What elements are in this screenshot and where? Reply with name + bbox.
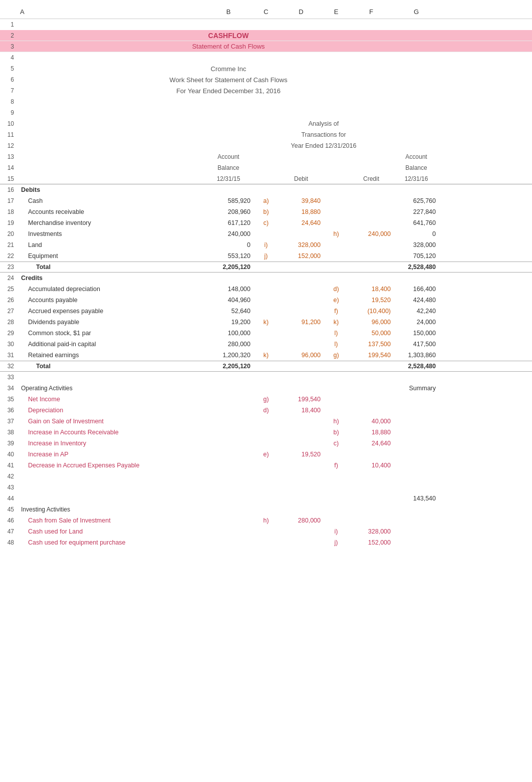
ar-g: 227,840 bbox=[394, 207, 439, 216]
accrued-exp-e: f) bbox=[324, 307, 349, 316]
ap-b: 404,960 bbox=[203, 296, 253, 305]
ap-label: Accounts payable bbox=[18, 296, 203, 305]
ar-d: 18,880 bbox=[279, 207, 324, 216]
land-label: Land bbox=[18, 240, 203, 249]
cash-land-e: i) bbox=[324, 527, 349, 536]
cash-d: 39,840 bbox=[279, 196, 324, 205]
row-37: 37 Gain on Sale of Investment h) 40,000 bbox=[0, 416, 532, 427]
row-48: 48 Cash used for equipment purchase j) 1… bbox=[0, 537, 532, 548]
analysis-line3: Year Ended 12/31/2016 bbox=[253, 141, 394, 150]
row-6: 6 Work Sheet for Statement of Cash Flows bbox=[0, 74, 532, 85]
title-cashflow: CASHFLOW bbox=[18, 31, 439, 41]
ap-e: e) bbox=[324, 296, 349, 305]
credits-total-b: 2,205,120 bbox=[203, 362, 253, 371]
accum-dep-label: Accumulated depreciation bbox=[18, 285, 203, 294]
row-18: 18 Accounts receivable 208,960 b) 18,880… bbox=[0, 206, 532, 217]
retained-earnings-label: Retained earnings bbox=[18, 351, 203, 360]
col-label-account-balance2: Account bbox=[394, 152, 439, 161]
row-46: 46 Cash from Sale of Investment h) 280,0… bbox=[0, 515, 532, 526]
col-date2: 12/31/16 bbox=[394, 174, 439, 183]
ar-b: 208,960 bbox=[203, 207, 253, 216]
accum-dep-e: d) bbox=[324, 285, 349, 294]
cash-label: Cash bbox=[18, 196, 203, 205]
summary-label: Summary bbox=[394, 384, 439, 393]
row-19: 19 Merchandise inventory 617,120 c) 24,6… bbox=[0, 217, 532, 228]
spreadsheet: A B C D E F G 1 2 CASHFLOW 3 Statement o… bbox=[0, 0, 532, 553]
investments-e: h) bbox=[324, 229, 349, 238]
increase-ar-label: Increase in Accounts Receivable bbox=[18, 428, 203, 437]
retained-earnings-b: 1,200,320 bbox=[203, 351, 253, 360]
row-20: 20 Investments 240,000 h) 240,000 0 bbox=[0, 228, 532, 239]
inventory-label: Merchandise inventory bbox=[18, 218, 203, 227]
col-header-a: A bbox=[18, 7, 203, 17]
decrease-accrued-e: f) bbox=[324, 461, 349, 470]
increase-ap-d: 19,520 bbox=[279, 450, 324, 459]
col-header-g: G bbox=[394, 7, 439, 17]
inventory-c: c) bbox=[253, 218, 279, 227]
company-subtitle: Work Sheet for Statement of Cash Flows bbox=[18, 75, 439, 85]
company-period: For Year Ended December 31, 2016 bbox=[18, 86, 439, 96]
increase-ar-f: 18,880 bbox=[349, 428, 394, 437]
apic-g: 417,500 bbox=[394, 340, 439, 349]
cash-g: 625,760 bbox=[394, 196, 439, 205]
col-header-d: D bbox=[279, 7, 324, 17]
col-debit: Debit bbox=[279, 174, 324, 183]
div-payable-f: 96,000 bbox=[349, 318, 394, 327]
row-36: 36 Depreciation d) 18,400 bbox=[0, 405, 532, 416]
operating-activities-label: Operating Activities bbox=[18, 384, 203, 393]
row-39: 39 Increase in Inventory c) 24,640 bbox=[0, 438, 532, 449]
cash-land-label: Cash used for Land bbox=[18, 527, 203, 536]
net-income-d: 199,540 bbox=[279, 395, 324, 404]
col-credit: Credit bbox=[349, 174, 394, 183]
increase-inventory-label: Increase in Inventory bbox=[18, 439, 203, 448]
cash-sale-c: h) bbox=[253, 516, 279, 525]
row-29: 29 Common stock, $1 par 100,000 l) 50,00… bbox=[0, 328, 532, 339]
retained-earnings-g: 1,303,860 bbox=[394, 351, 439, 360]
row-34: 34 Operating Activities Summary bbox=[0, 383, 532, 394]
ap-f: 19,520 bbox=[349, 296, 394, 305]
apic-f: 137,500 bbox=[349, 340, 394, 349]
common-stock-b: 100,000 bbox=[203, 329, 253, 338]
cash-equipment-f: 152,000 bbox=[349, 538, 394, 547]
row-8: 8 bbox=[0, 96, 532, 107]
credits-section-label: Credits bbox=[18, 274, 203, 283]
col-header-c: C bbox=[253, 7, 279, 17]
land-b: 0 bbox=[203, 240, 253, 249]
row-45: 45 Investing Activities bbox=[0, 504, 532, 515]
increase-inventory-e: c) bbox=[324, 439, 349, 448]
depreciation-label: Depreciation bbox=[18, 406, 203, 415]
div-payable-e: k) bbox=[324, 318, 349, 327]
investments-f: 240,000 bbox=[349, 229, 394, 238]
increase-ap-label: Increase in AP bbox=[18, 450, 203, 459]
row-7: 7 For Year Ended December 31, 2016 bbox=[0, 85, 532, 96]
row-16: 16 Debits bbox=[0, 184, 532, 195]
row-15: 15 12/31/15 Debit Credit 12/31/16 bbox=[0, 173, 532, 184]
row-13: 13 Account Account bbox=[0, 151, 532, 162]
depreciation-d: 18,400 bbox=[279, 406, 324, 415]
inventory-b: 617,120 bbox=[203, 218, 253, 227]
decrease-accrued-label: Decrease in Accrued Expenses Payable bbox=[18, 461, 203, 470]
row-4: 4 bbox=[0, 52, 532, 63]
cash-sale-d: 280,000 bbox=[279, 516, 324, 525]
gain-sale-label: Gain on Sale of Investment bbox=[18, 417, 203, 426]
gain-sale-e: h) bbox=[324, 417, 349, 426]
row-22: 22 Equipment 553,120 j) 152,000 705,120 bbox=[0, 250, 532, 262]
analysis-line1: Analysis of bbox=[253, 119, 394, 128]
div-payable-d: 91,200 bbox=[279, 318, 324, 327]
common-stock-e: l) bbox=[324, 329, 349, 338]
row-32: 32 Total 2,205,120 2,528,480 bbox=[0, 361, 532, 372]
inventory-g: 641,760 bbox=[394, 218, 439, 227]
row-26: 26 Accounts payable 404,960 e) 19,520 42… bbox=[0, 295, 532, 306]
row-24: 24 Credits bbox=[0, 273, 532, 284]
row-47: 47 Cash used for Land i) 328,000 bbox=[0, 526, 532, 537]
col-label-balance2: Balance bbox=[394, 163, 439, 172]
row-10: 10 Analysis of bbox=[0, 118, 532, 129]
div-payable-c: k) bbox=[253, 318, 279, 327]
row-40: 40 Increase in AP e) 19,520 bbox=[0, 449, 532, 460]
row-11: 11 Transactions for bbox=[0, 129, 532, 140]
column-headers: A B C D E F G bbox=[0, 5, 532, 19]
accrued-exp-label: Accrued expenses payable bbox=[18, 307, 203, 316]
cash-equipment-e: j) bbox=[324, 538, 349, 547]
row-28: 28 Dividends payable 19,200 k) 91,200 k)… bbox=[0, 317, 532, 328]
land-d: 328,000 bbox=[279, 240, 324, 249]
